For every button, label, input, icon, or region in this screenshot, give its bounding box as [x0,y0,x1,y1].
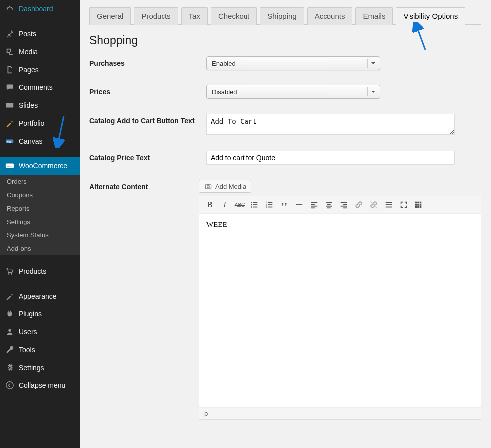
svg-rect-16 [253,207,257,208]
purchases-select[interactable]: Enabled [206,56,380,70]
sidebar-item-canvas[interactable]: woo Canvas [0,132,80,150]
add-media-button[interactable]: Add Media [199,180,251,193]
strikethrough-button[interactable]: ABC [232,198,247,211]
sidebar-item-label: WooCommerce [19,162,67,170]
svg-rect-10 [207,184,210,185]
svg-rect-47 [420,206,422,208]
italic-button[interactable]: I [217,198,232,211]
numbered-list-button[interactable]: 123 [262,198,277,211]
appearance-icon [5,291,15,301]
tab-accounts[interactable]: Accounts [307,7,353,25]
slides-icon [5,100,15,110]
catalog-price-text-input[interactable] [206,151,455,165]
submenu-item-settings[interactable]: Settings [0,215,80,228]
svg-rect-25 [311,204,315,205]
sidebar-item-posts[interactable]: Posts [0,25,80,43]
submenu-item-orders[interactable]: Orders [0,175,80,188]
svg-rect-14 [253,204,257,205]
sidebar-item-tools[interactable]: Tools [0,341,80,359]
svg-rect-35 [343,207,347,208]
sidebar-item-label: Pages [19,66,39,74]
sidebar-item-appearance[interactable]: Appearance [0,287,80,305]
sidebar-item-label: Media [19,48,38,56]
tab-general[interactable]: General [89,7,131,25]
canvas-icon: woo [5,136,15,146]
comment-icon [5,82,15,92]
svg-text:woo: woo [6,140,12,143]
svg-rect-31 [327,207,330,208]
sidebar-item-label: Slides [19,101,38,109]
align-left-button[interactable] [307,198,322,211]
svg-rect-39 [415,202,417,204]
sidebar-item-users[interactable]: Users [0,323,80,341]
sidebar-item-portfolio[interactable]: Portfolio [0,114,80,132]
link-button[interactable] [351,198,366,211]
svg-point-7 [6,382,13,389]
toolbar-toggle-button[interactable] [411,198,426,211]
submenu-item-add-ons[interactable]: Add-ons [0,242,80,255]
svg-rect-37 [386,204,392,205]
sidebar-item-media[interactable]: Media [0,43,80,61]
section-title: Shopping [89,34,481,47]
sidebar-item-woocommerce[interactable]: woo WooCommerce [0,157,80,175]
sidebar-item-collapse[interactable]: Collapse menu [0,376,80,394]
submenu-item-coupons[interactable]: Coupons [0,188,80,202]
sidebar-item-label: Dashboard [19,5,53,13]
tab-tax[interactable]: Tax [181,7,208,25]
svg-point-5 [11,273,12,275]
chevron-down-icon [367,59,376,68]
sidebar-item-comments[interactable]: Comments [0,78,80,96]
svg-rect-24 [311,202,318,203]
sidebar-item-label: Appearance [19,292,57,300]
sidebar-item-slides[interactable]: Slides [0,96,80,114]
pin-icon [5,29,15,39]
sidebar-item-settings[interactable]: Settings [0,359,80,376]
fullscreen-button[interactable] [396,198,411,211]
blockquote-button[interactable] [277,198,292,211]
cart-button-text-input[interactable]: Add To Cart [206,114,455,135]
sidebar-item-dashboard[interactable]: Dashboard [0,0,80,18]
svg-point-11 [251,202,252,203]
svg-rect-27 [311,207,315,208]
tab-products[interactable]: Products [134,7,178,25]
woocommerce-icon: woo [5,161,15,171]
collapse-icon [5,380,15,390]
select-value: Enabled [212,60,236,67]
align-right-button[interactable] [336,198,351,211]
svg-rect-30 [326,206,332,207]
svg-rect-20 [268,204,272,205]
purchases-label: Purchases [89,56,206,67]
camera-icon [204,182,212,190]
editor-content[interactable]: WEEE [199,214,481,407]
svg-rect-38 [386,207,392,208]
svg-rect-43 [417,204,419,206]
sidebar-item-pages[interactable]: Pages [0,61,80,78]
svg-point-13 [251,204,252,206]
insert-more-button[interactable] [381,198,396,211]
admin-sidebar: Dashboard Posts Media Pages Comments Sli… [0,0,80,448]
svg-rect-46 [417,206,419,208]
tab-visibility-options[interactable]: Visibility Options [396,7,465,25]
submenu-item-system-status[interactable]: System Status [0,228,80,242]
svg-point-15 [251,206,252,208]
prices-select[interactable]: Disabled [206,85,380,99]
tab-emails[interactable]: Emails [355,7,393,25]
bold-button[interactable]: B [202,198,217,211]
svg-point-9 [207,185,210,188]
svg-rect-29 [327,204,330,205]
sidebar-item-label: Portfolio [19,119,44,127]
page-icon [5,65,15,75]
hr-button[interactable] [292,198,307,211]
main-content: General Products Tax Checkout Shipping A… [80,0,491,448]
unlink-button[interactable] [366,198,381,211]
tab-shipping[interactable]: Shipping [260,7,304,25]
align-center-button[interactable] [322,198,336,211]
submenu-item-reports[interactable]: Reports [0,202,80,215]
sidebar-item-plugins[interactable]: Plugins [0,305,80,323]
tab-checkout[interactable]: Checkout [211,7,257,25]
sidebar-item-label: Collapse menu [19,381,65,389]
sidebar-item-products[interactable]: Products [0,262,80,280]
alternate-content-label: Alternate Content [89,180,199,191]
svg-rect-18 [268,202,272,203]
bullet-list-button[interactable] [247,198,262,211]
